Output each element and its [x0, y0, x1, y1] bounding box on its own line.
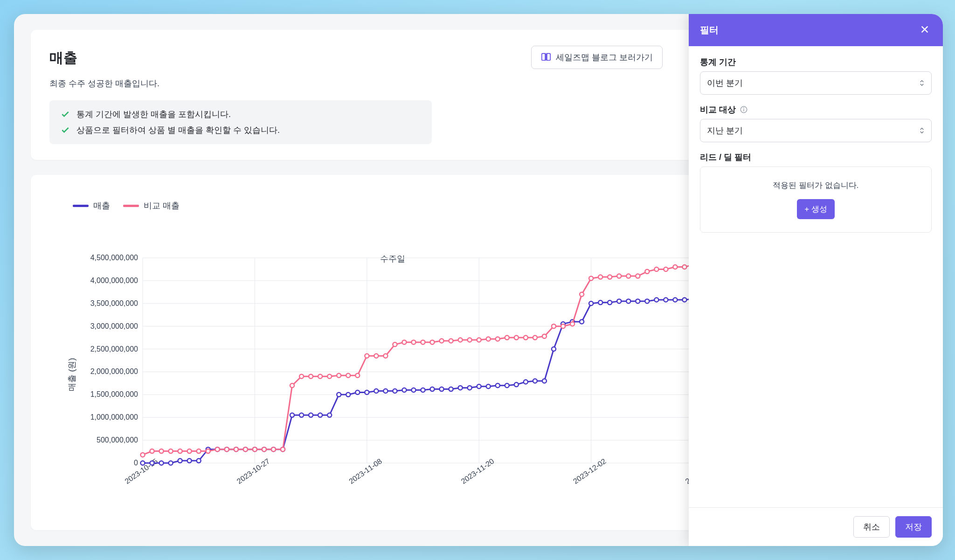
svg-point-133	[514, 336, 519, 340]
svg-point-96	[169, 449, 173, 453]
svg-point-65	[449, 387, 453, 391]
svg-text:2023-12-02: 2023-12-02	[572, 457, 608, 485]
svg-point-138	[561, 324, 565, 328]
compare-select[interactable]: 지난 분기	[700, 119, 932, 142]
svg-point-143	[608, 275, 612, 279]
svg-text:2023-11-20: 2023-11-20	[460, 457, 496, 485]
svg-point-102	[225, 447, 229, 451]
chevron-updown-icon	[918, 127, 926, 134]
svg-point-73	[524, 380, 528, 384]
svg-point-148	[654, 267, 658, 271]
empty-filter-box: 적용된 필터가 없습니다. + 생성	[700, 166, 932, 233]
svg-point-64	[440, 387, 444, 391]
svg-point-86	[645, 299, 649, 303]
svg-point-87	[654, 297, 658, 302]
book-icon	[541, 52, 551, 62]
save-button[interactable]: 저장	[895, 516, 932, 538]
svg-point-82	[608, 300, 612, 304]
cancel-button[interactable]: 취소	[853, 516, 890, 538]
svg-point-142	[598, 275, 602, 279]
app-shell: 매출 최종 수주 성공한 매출입니다. 세일즈맵 블로그 보러가기 통계 기간에…	[14, 14, 943, 546]
svg-point-100	[206, 449, 210, 453]
close-icon	[920, 24, 930, 35]
svg-point-59	[393, 389, 397, 393]
svg-point-103	[234, 447, 238, 451]
svg-point-107	[271, 447, 276, 451]
svg-point-79	[580, 319, 584, 324]
svg-point-116	[355, 373, 360, 378]
svg-point-130	[486, 337, 491, 341]
svg-point-134	[524, 336, 528, 340]
svg-point-66	[458, 386, 463, 390]
svg-point-112	[318, 374, 322, 379]
svg-point-128	[468, 338, 472, 342]
close-button[interactable]	[918, 22, 932, 38]
filter-body: 통계 기간 이번 분기 비교 대상 지난 분기 리드 / 딜 필터	[689, 46, 943, 507]
svg-point-67	[468, 386, 472, 390]
empty-filter-text: 적용된 필터가 없습니다.	[773, 180, 858, 191]
svg-point-132	[505, 336, 509, 340]
svg-point-54	[346, 393, 350, 397]
svg-point-95	[159, 449, 164, 453]
chart-plot: 0500,000,0001,000,000,0001,500,000,0002,…	[73, 253, 713, 496]
svg-point-109	[290, 383, 294, 387]
period-select[interactable]: 이번 분기	[700, 71, 932, 95]
svg-point-140	[580, 292, 584, 297]
svg-point-105	[253, 447, 257, 451]
info-icon	[740, 105, 748, 114]
svg-point-99	[197, 449, 201, 453]
svg-point-80	[589, 301, 593, 305]
svg-point-52	[327, 413, 332, 417]
header-left: 매출 최종 수주 성공한 매출입니다. 세일즈맵 블로그 보러가기 통계 기간에…	[49, 48, 663, 144]
svg-point-75	[542, 379, 547, 383]
page-subtitle: 최종 수주 성공한 매출입니다.	[49, 78, 438, 89]
svg-point-49	[299, 413, 304, 417]
filter-panel: 필터 통계 기간 이번 분기 비교 대상 지난 분기	[689, 14, 943, 546]
svg-point-137	[552, 324, 556, 328]
svg-point-60	[402, 388, 406, 392]
svg-point-69	[486, 384, 491, 388]
create-filter-button[interactable]: + 생성	[797, 199, 835, 219]
blog-link-label: 세일즈맵 블로그 보러가기	[556, 52, 653, 63]
tips-box: 통계 기간에 발생한 매출을 포함시킵니다. 상품으로 필터하여 상품 별 매출…	[49, 100, 432, 144]
svg-point-108	[281, 447, 285, 451]
main-column: 매출 최종 수주 성공한 매출입니다. 세일즈맵 블로그 보러가기 통계 기간에…	[31, 30, 727, 530]
svg-point-120	[393, 342, 397, 346]
svg-point-127	[458, 338, 463, 342]
svg-point-94	[150, 449, 154, 453]
svg-point-68	[477, 384, 481, 388]
svg-point-111	[309, 374, 313, 379]
svg-point-32	[141, 461, 145, 465]
svg-point-83	[617, 299, 621, 303]
blog-link-button[interactable]: 세일즈맵 블로그 보러가기	[531, 46, 663, 69]
svg-point-34	[159, 461, 164, 465]
svg-point-150	[673, 265, 677, 269]
svg-point-81	[598, 300, 602, 304]
filter-header: 필터	[689, 14, 943, 46]
legend-item-sales: 매출	[73, 200, 110, 211]
filter-group-deal: 리드 / 딜 필터 적용된 필터가 없습니다. + 생성	[700, 152, 932, 233]
legend-item-compare: 비교 매출	[123, 200, 180, 211]
svg-point-58	[383, 389, 388, 393]
svg-point-76	[552, 347, 556, 351]
check-icon	[61, 125, 70, 135]
chart-legend: 매출 비교 매출	[73, 200, 713, 211]
header-card: 매출 최종 수주 성공한 매출입니다. 세일즈맵 블로그 보러가기 통계 기간에…	[31, 30, 727, 160]
svg-point-97	[178, 449, 182, 453]
svg-point-37	[187, 459, 192, 463]
svg-point-106	[262, 447, 266, 451]
svg-point-57	[374, 389, 378, 393]
svg-point-62	[421, 388, 425, 392]
svg-point-158	[744, 108, 744, 108]
filter-title: 필터	[700, 24, 719, 36]
svg-text:4,500,000,000: 4,500,000,000	[90, 254, 138, 262]
svg-point-88	[664, 297, 668, 302]
chevron-updown-icon	[918, 79, 926, 87]
svg-point-72	[514, 382, 519, 387]
svg-point-117	[365, 354, 369, 358]
svg-point-33	[150, 461, 154, 465]
svg-point-48	[290, 413, 294, 417]
select-value: 지난 분기	[707, 126, 743, 135]
svg-point-71	[505, 383, 509, 387]
legend-swatch	[73, 205, 89, 207]
